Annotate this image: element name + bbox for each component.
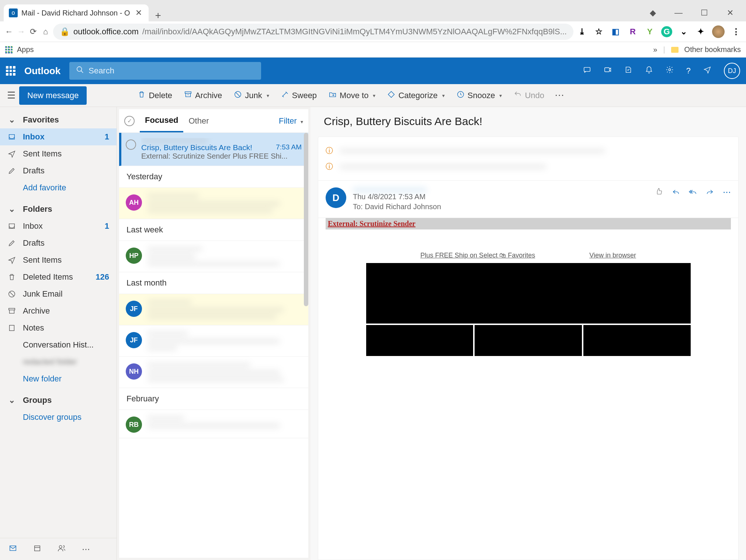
info-icon: ⓘ [326,146,333,156]
folders-header[interactable]: ⌄Folders [0,196,117,218]
browser-tab[interactable]: o Mail - David Richard Johnson - O ✕ [4,4,149,21]
new-tab-button[interactable]: + [149,10,168,21]
extensions-puzzle-icon[interactable]: ✦ [695,26,706,37]
my-day-icon[interactable] [624,66,632,76]
message-item[interactable]: JF [119,294,308,325]
sweep-button[interactable]: Sweep [276,88,322,103]
bookmarks-overflow-icon[interactable]: » [653,45,657,54]
message-item[interactable]: RB [119,410,308,438]
filter-button[interactable]: Filter ▾ [279,116,303,126]
svg-rect-12 [10,325,14,331]
extension-icon-1[interactable]: ◧ [610,26,621,37]
mail-nav-icon[interactable] [9,544,17,554]
home-button[interactable]: ⌂ [41,24,50,39]
forward-icon[interactable] [706,187,714,198]
message-item-selected[interactable]: Crisp, Buttery Biscuits Are Back!7:53 AM… [119,133,308,166]
close-tab-icon[interactable]: ✕ [134,7,143,19]
pocket-icon[interactable]: ⌄ [678,26,689,37]
people-nav-icon[interactable] [58,544,66,554]
message-item[interactable]: NH [119,357,308,388]
categorize-button[interactable]: Categorize▾ [382,88,450,103]
notifications-icon[interactable] [645,66,653,76]
search-input[interactable] [89,66,254,76]
other-bookmarks[interactable]: Other bookmarks [684,45,741,54]
select-all-checkbox[interactable]: ✓ [124,116,135,126]
star-icon[interactable]: ☆ [593,26,604,37]
view-in-browser-link[interactable]: View in browser [589,252,636,259]
new-folder-link[interactable]: New folder [0,370,117,387]
sidebar-item-notes[interactable]: Notes [0,319,117,336]
more-actions-icon[interactable]: ⋯ [723,187,731,197]
sidebar-item-inbox[interactable]: Inbox1 [0,128,117,145]
sidebar-item-inbox-2[interactable]: Inbox1 [0,218,117,235]
sidebar-item-sent-2[interactable]: Sent Items [0,252,117,269]
archive-button[interactable]: Archive [179,88,227,103]
discover-groups-link[interactable]: Discover groups [0,409,117,426]
address-bar[interactable]: 🔒 outlook.office.com/mail/inbox/id/AAQkA… [53,24,573,40]
apps-label[interactable]: Apps [17,45,34,54]
reply-all-icon[interactable] [689,187,697,198]
incognito-icon[interactable]: ◆ [648,8,657,18]
move-to-button[interactable]: Move to▾ [323,88,381,103]
undo-button[interactable]: Undo [509,88,549,103]
calendar-nav-icon[interactable] [33,544,41,554]
sidebar-item-junk[interactable]: Junk Email [0,286,117,303]
user-menu[interactable]: DJ [724,63,740,79]
back-button[interactable]: ← [4,24,14,39]
close-window-icon[interactable]: ✕ [725,8,735,18]
date-header-february: February [119,388,308,410]
brand-label[interactable]: Outlook [24,65,60,77]
draft-icon [7,167,16,175]
message-item[interactable]: HP [119,241,308,272]
sidebar-item-drafts[interactable]: Drafts [0,162,117,179]
favorites-header[interactable]: ⌄Favorites [0,107,117,128]
settings-icon[interactable] [666,66,674,76]
minimize-icon[interactable]: — [674,8,683,18]
sidebar-item-deleted[interactable]: Deleted Items126 [0,269,117,286]
thumbs-up-icon[interactable] [655,187,663,198]
maximize-icon[interactable]: ☐ [700,8,709,18]
message-item[interactable]: JF [119,325,308,357]
search-box[interactable] [69,62,261,80]
sidebar-item-conversation[interactable]: Conversation Hist... [0,336,117,353]
scrollbar[interactable] [304,133,308,306]
message-subject: Crisp, Buttery Biscuits Are Back! [141,143,252,152]
email-nav-cell[interactable] [583,325,691,356]
chat-icon[interactable] [583,66,591,76]
meet-now-icon[interactable] [604,66,612,76]
junk-icon [234,90,242,101]
extension-icon-y[interactable]: Y [644,26,655,37]
snooze-button[interactable]: Snooze▾ [451,88,507,103]
extension-icon-r[interactable]: R [627,26,638,37]
reply-icon[interactable] [672,187,680,198]
more-nav-icon[interactable]: ⋯ [82,545,90,554]
add-favorite-link[interactable]: Add favorite [0,179,117,196]
svg-point-0 [77,67,82,72]
preheader-link[interactable]: Plus FREE Ship on Select 🛍 Favorites [420,252,535,259]
message-item[interactable]: AH [119,188,308,219]
grammarly-icon[interactable]: G [661,26,672,37]
more-actions-icon[interactable]: ⋯ [551,90,568,101]
apps-grid-icon[interactable] [5,46,13,53]
sidebar-item-drafts-2[interactable]: Drafts [0,235,117,252]
groups-header[interactable]: ⌄Groups [0,387,117,409]
download-icon[interactable]: ⤓ [576,26,587,37]
delete-button[interactable]: Delete [132,88,177,103]
hamburger-icon[interactable]: ☰ [4,90,18,101]
app-launcher-icon[interactable] [6,66,15,76]
junk-button[interactable]: Junk▾ [229,88,274,103]
tab-focused[interactable]: Focused [140,109,183,132]
tab-other[interactable]: Other [183,109,214,132]
sidebar-item-archive[interactable]: Archive [0,303,117,319]
feedback-icon[interactable] [703,66,711,76]
profile-avatar[interactable] [712,25,725,38]
sidebar-item-sent[interactable]: Sent Items [0,145,117,162]
message-checkbox[interactable] [126,139,136,150]
new-message-button[interactable]: New message [19,86,87,105]
kebab-menu-icon[interactable]: ⋮ [731,26,742,37]
help-icon[interactable]: ? [686,66,691,76]
email-nav-cell[interactable] [366,325,473,356]
sidebar-item-redacted[interactable]: redacted folder [0,353,117,370]
email-nav-cell[interactable] [475,325,582,356]
reload-button[interactable]: ⟳ [29,24,38,39]
